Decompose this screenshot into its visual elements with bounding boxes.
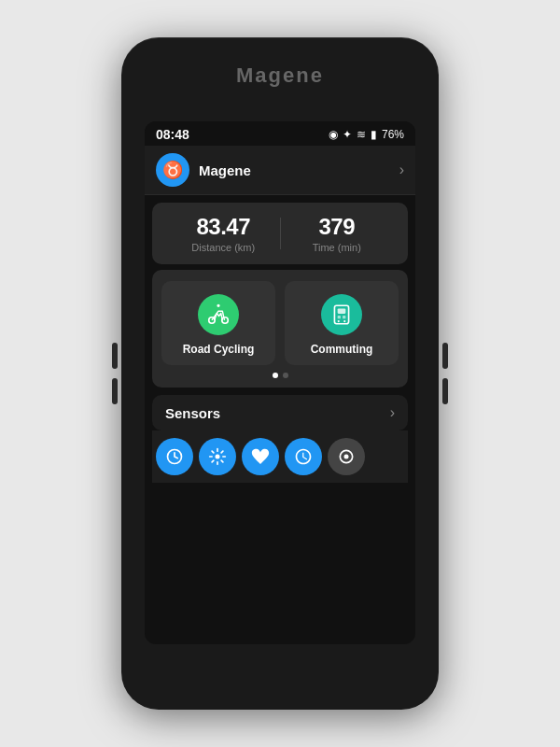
stats-section: 83.47 Distance (km) 379 Time (min) [152, 203, 408, 264]
page-dots [161, 373, 399, 378]
device-body: Magene 08:48 ◉ ✦ ≋ ▮ 76% ♉ Magene › [121, 37, 439, 710]
dot-2 [283, 373, 288, 378]
left-button-bottom[interactable] [112, 378, 118, 404]
chevron-right-icon: › [399, 162, 404, 178]
settings-icon [208, 447, 227, 466]
road-cycling-icon [206, 303, 231, 327]
right-button-bottom[interactable] [442, 378, 448, 404]
road-cycling-icon-circle [198, 294, 239, 335]
sensor-btn-power[interactable] [328, 438, 365, 475]
battery-icon: ▮ [371, 128, 377, 141]
distance-stat: 83.47 Distance (km) [167, 214, 280, 253]
avatar-icon: ♉ [162, 162, 183, 178]
status-icons: ◉ ✦ ≋ ▮ 76% [329, 128, 404, 141]
sensor-icons-row [152, 430, 408, 483]
right-button-top[interactable] [442, 343, 448, 369]
svg-point-1 [222, 317, 229, 324]
svg-rect-3 [338, 309, 346, 314]
speed-icon [294, 447, 313, 466]
activities-section: Road Cycling Commuting [152, 270, 408, 388]
time-label: Time (min) [281, 242, 394, 253]
heart-icon [251, 447, 270, 466]
commuting-icon-circle [321, 294, 362, 335]
svg-point-6 [338, 320, 340, 322]
sensors-header: Sensors › [165, 404, 395, 421]
svg-rect-2 [334, 305, 348, 324]
distance-label: Distance (km) [167, 242, 280, 253]
app-name: Magene [199, 162, 390, 178]
power-icon [337, 447, 356, 466]
cadence-icon [165, 447, 184, 466]
svg-point-11 [344, 455, 349, 459]
brand-label: Magene [236, 63, 324, 88]
commuting-icon [329, 303, 354, 327]
status-time: 08:48 [156, 127, 189, 142]
road-cycling-label: Road Cycling [183, 343, 255, 356]
sensor-btn-speed[interactable] [285, 438, 322, 475]
sensor-btn-heart[interactable] [242, 438, 279, 475]
app-header[interactable]: ♉ Magene › [145, 146, 415, 195]
sensors-chevron-icon: › [390, 404, 395, 421]
wifi-icon: ≋ [357, 128, 366, 141]
svg-point-9 [216, 455, 220, 459]
avatar: ♉ [156, 153, 189, 187]
activity-commuting[interactable]: Commuting [285, 281, 399, 365]
battery-percent: 76% [382, 128, 404, 141]
right-buttons [442, 343, 448, 404]
left-buttons [112, 343, 118, 404]
commuting-label: Commuting [311, 343, 373, 356]
bluetooth-icon: ✦ [343, 128, 352, 141]
sensors-section[interactable]: Sensors › [152, 395, 408, 430]
sensor-btn-settings[interactable] [199, 438, 236, 475]
status-bar: 08:48 ◉ ✦ ≋ ▮ 76% [145, 121, 415, 146]
time-value: 379 [281, 214, 394, 240]
svg-rect-5 [343, 316, 345, 318]
dot-1 [273, 373, 278, 378]
svg-point-7 [343, 320, 345, 322]
sensor-btn-cadence[interactable] [156, 438, 193, 475]
svg-rect-4 [338, 316, 341, 318]
distance-value: 83.47 [167, 214, 280, 240]
location-icon: ◉ [329, 128, 338, 141]
screen: 08:48 ◉ ✦ ≋ ▮ 76% ♉ Magene › 83.47 Dista… [145, 121, 415, 644]
sensors-title: Sensors [165, 405, 220, 421]
time-stat: 379 Time (min) [281, 214, 394, 253]
left-button-top[interactable] [112, 343, 118, 369]
activities-grid: Road Cycling Commuting [161, 281, 399, 365]
activity-road-cycling[interactable]: Road Cycling [161, 281, 275, 365]
